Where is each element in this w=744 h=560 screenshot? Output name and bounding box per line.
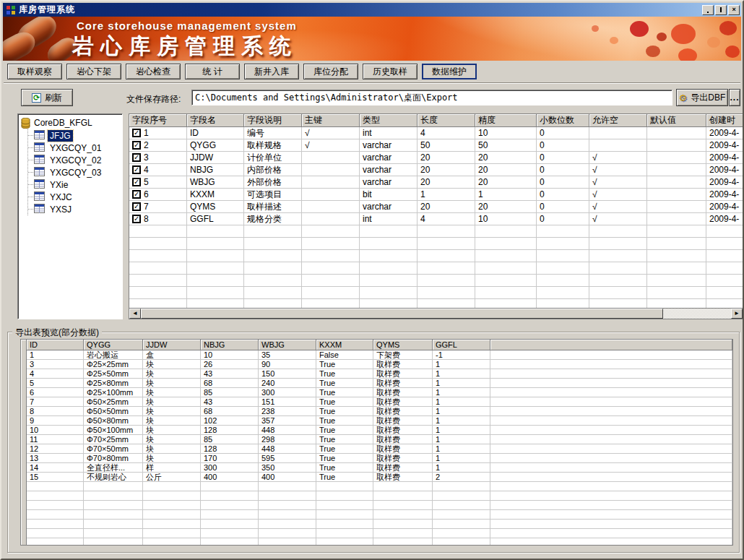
field-row-6[interactable]: 6KXXM可选项目bit110√2009-4- xyxy=(129,189,743,201)
refresh-button[interactable]: ⟳ 刷新 xyxy=(21,89,73,106)
field-checkbox[interactable] xyxy=(132,202,141,211)
preview-cell: 样 xyxy=(143,463,201,473)
preview-group-label: 导出表预览(部分数据) xyxy=(12,327,102,339)
field-checkbox[interactable] xyxy=(132,215,141,223)
scrollbar-track[interactable] xyxy=(663,309,731,319)
toolbar-button-6[interactable]: 库位分配 xyxy=(303,64,358,79)
empty-cell xyxy=(302,275,360,287)
fields-table: 字段序号字段名字段说明主键类型长度精度小数位数允许空默认值创建时 1ID编号√i… xyxy=(129,113,743,319)
toolbar-button-4[interactable]: 统 计 xyxy=(185,64,240,79)
field-row-1[interactable]: 1ID编号√int41002009-4- xyxy=(129,127,743,139)
save-path-input[interactable]: C:\Documents and Settings\Administrator\… xyxy=(191,90,672,105)
toolbar-button-7[interactable]: 历史取样 xyxy=(363,64,418,79)
preview-column-header-ID[interactable]: ID xyxy=(27,340,84,350)
field-row-5[interactable]: 5WBJG外部价格varchar20200√2009-4- xyxy=(129,176,743,189)
preview-row-11[interactable]: 12Φ70×50mm块128448True取样费1 xyxy=(27,444,732,454)
tree-item-YXGCQY_02[interactable]: YXGCQY_02 xyxy=(28,154,122,166)
tree-item-YXSJ[interactable]: YXSJ xyxy=(28,203,122,215)
browse-more-button[interactable]: ... xyxy=(729,89,740,106)
column-header-3[interactable]: 字段说明 xyxy=(244,114,302,127)
preview-row-5[interactable]: 6Φ25×100mm块85300True取样费1 xyxy=(27,388,732,397)
field-checkbox[interactable] xyxy=(132,141,141,150)
preview-column-header-WBJG[interactable]: WBJG xyxy=(259,340,316,350)
close-button[interactable]: × xyxy=(728,5,740,15)
column-header-10[interactable]: 默认值 xyxy=(647,114,706,127)
preview-row-13[interactable]: 14全直径样...样300350True取样费1 xyxy=(27,463,732,473)
export-dbf-button[interactable]: ⚙ 导出DBF xyxy=(676,89,728,106)
empty-cell xyxy=(201,538,259,545)
preview-cell: 取样费 xyxy=(373,444,433,454)
empty-row xyxy=(129,238,743,250)
tree-item-JFJG[interactable]: JFJG xyxy=(28,129,122,142)
column-header-6[interactable]: 长度 xyxy=(418,114,475,127)
minimize-button[interactable] xyxy=(702,5,714,15)
empty-cell xyxy=(201,482,259,491)
field-row-7[interactable]: 7QYMS取样描述varchar20200√2009-4- xyxy=(129,201,743,213)
preview-cell: 块 xyxy=(143,379,201,388)
column-header-4[interactable]: 主键 xyxy=(302,114,360,127)
tree-item-YXJC[interactable]: YXJC xyxy=(28,191,122,203)
scroll-right-button[interactable]: ► xyxy=(731,309,743,319)
preview-row-9[interactable]: 10Φ50×100mm块128448True取样费1 xyxy=(27,426,732,435)
toolbar-button-8[interactable]: 数据维护 xyxy=(422,64,477,79)
column-header-9[interactable]: 允许空 xyxy=(589,114,647,127)
column-header-1[interactable]: 字段序号 xyxy=(129,114,187,127)
empty-cell xyxy=(433,538,490,545)
preview-column-header-JJDW[interactable]: JJDW xyxy=(143,340,201,350)
preview-column-header-NBJG[interactable]: NBJG xyxy=(201,340,259,350)
column-header-7[interactable]: 精度 xyxy=(475,114,537,127)
preview-column-header-QYMS[interactable]: QYMS xyxy=(373,340,433,350)
preview-row-3[interactable]: 4Φ25×50mm块43150True取样费1 xyxy=(27,369,732,379)
preview-row-7[interactable]: 8Φ50×50mm块68238True取样费1 xyxy=(27,407,732,416)
field-cell: 1 xyxy=(418,189,475,201)
field-row-2[interactable]: 2QYGG取样规格√varchar505002009-4- xyxy=(129,139,743,152)
preview-row-1[interactable]: 1岩心搬运盒1035False下架费-1 xyxy=(27,350,732,360)
field-cell xyxy=(589,127,647,139)
preview-column-header-KXXM[interactable]: KXXM xyxy=(316,340,373,350)
banner-dot xyxy=(678,48,697,61)
field-row-3[interactable]: 3JJDW计价单位varchar20200√2009-4- xyxy=(129,152,743,164)
preview-row-12[interactable]: 13Φ70×80mm块170595True取样费1 xyxy=(27,454,732,463)
empty-cell xyxy=(143,529,201,538)
field-cell: QYGG xyxy=(187,139,244,152)
preview-row-4[interactable]: 5Φ25×80mm块68240True取样费1 xyxy=(27,379,732,388)
empty-cell xyxy=(360,250,418,262)
preview-row-6[interactable]: 7Φ50×25mm块43151True取样费1 xyxy=(27,397,732,407)
field-cell: bit xyxy=(360,189,418,201)
toolbar-button-2[interactable]: 岩心下架 xyxy=(66,64,121,79)
tree-root[interactable]: CoreDB_KFGL xyxy=(21,116,122,129)
preview-row-8[interactable]: 9Φ50×80mm块102357True取样费1 xyxy=(27,416,732,426)
toolbar-button-5[interactable]: 新井入库 xyxy=(244,64,299,79)
preview-row-10[interactable]: 11Φ70×25mm块85298True取样费1 xyxy=(27,435,732,444)
field-cell xyxy=(302,201,360,213)
field-checkbox[interactable] xyxy=(132,153,141,162)
preview-row-14[interactable]: 15不规则岩心公斤400400True取样费2 xyxy=(27,473,732,482)
preview-cell-filler xyxy=(490,388,732,397)
tree-item-YXGCQY_03[interactable]: YXGCQY_03 xyxy=(28,166,122,178)
field-checkbox[interactable] xyxy=(132,178,141,186)
title-bar: 库房管理系统 × xyxy=(3,3,741,17)
preview-column-header-GGFL[interactable]: GGFL xyxy=(433,340,490,350)
column-header-11[interactable]: 创建时 xyxy=(706,114,743,127)
maximize-button[interactable] xyxy=(715,5,727,15)
field-checkbox[interactable] xyxy=(132,129,141,137)
field-cell: varchar xyxy=(360,164,418,176)
scrollbar-thumb[interactable] xyxy=(141,309,663,319)
toolbar-button-3[interactable]: 岩心检查 xyxy=(126,64,181,79)
field-row-4[interactable]: 4NBJG内部价格varchar20200√2009-4- xyxy=(129,164,743,176)
toolbar-button-1[interactable]: 取样观察 xyxy=(7,64,62,79)
column-header-5[interactable]: 类型 xyxy=(360,114,418,127)
tree-item-YXGCQY_01[interactable]: YXGCQY_01 xyxy=(28,142,122,154)
export-dbf-label: 导出DBF xyxy=(691,92,725,104)
field-checkbox[interactable] xyxy=(132,165,141,174)
preview-row-2[interactable]: 3Φ25×25mm块2690True取样费1 xyxy=(27,360,732,369)
preview-grid: IDQYGGJJDWNBJGWBJGKXXMQYMSGGFL 1岩心搬运盒103… xyxy=(27,340,732,545)
field-checkbox[interactable] xyxy=(132,190,141,199)
scroll-left-button[interactable]: ◄ xyxy=(129,309,141,319)
tree-item-YXie[interactable]: YXie xyxy=(28,178,122,191)
field-row-8[interactable]: 8GGFL规格分类int4100√2009-4- xyxy=(129,213,743,225)
column-header-2[interactable]: 字段名 xyxy=(187,114,244,127)
column-header-8[interactable]: 小数位数 xyxy=(537,114,589,127)
preview-column-header-QYGG[interactable]: QYGG xyxy=(84,340,143,350)
preview-column-header-filler xyxy=(490,340,732,350)
